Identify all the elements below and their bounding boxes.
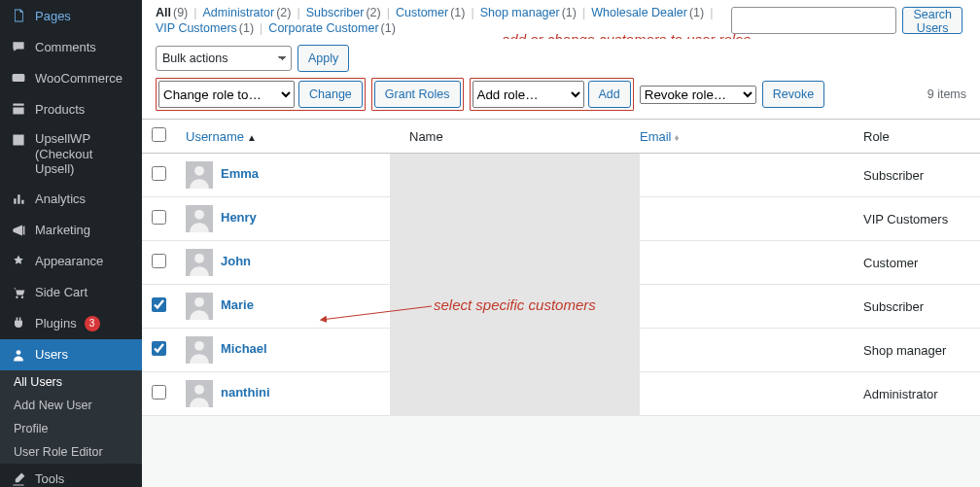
col-role: Role [854, 120, 980, 154]
col-username[interactable]: Username▲ [176, 120, 400, 154]
avatar [186, 205, 213, 232]
filter-vip-customers[interactable]: VIP Customers [156, 21, 237, 35]
email-cell [630, 285, 854, 329]
sidebar-item-plugins[interactable]: Plugins 3 [0, 308, 142, 339]
name-cell [390, 240, 640, 285]
username-link[interactable]: John [221, 254, 251, 268]
cart-icon [10, 284, 27, 301]
row-checkbox[interactable] [152, 385, 166, 400]
sidebar-item-woocommerce[interactable]: WooCommerce [0, 62, 142, 93]
filter-corporate-customer[interactable]: Corporate Customer [268, 21, 378, 35]
role-filter-links: All (9) | Administrator (2) | Subscriber… [156, 6, 723, 35]
revoke-role-button[interactable]: Revoke [762, 81, 824, 108]
table-row[interactable]: MarieSubscriber [142, 285, 980, 329]
search-box: Search Users [731, 7, 966, 34]
email-cell [630, 372, 854, 416]
username-link[interactable]: Emma [221, 166, 259, 181]
items-count: 9 items [928, 87, 966, 101]
row-checkbox[interactable] [152, 297, 166, 312]
bulk-actions-select[interactable]: Bulk actions [156, 46, 292, 71]
search-users-button[interactable]: Search Users [902, 7, 962, 34]
filter-wholesale-dealer[interactable]: Wholesale Dealer [591, 6, 687, 19]
table-row[interactable]: JohnCustomer [142, 241, 980, 285]
comments-icon [10, 38, 27, 55]
add-role-button[interactable]: Add [588, 81, 631, 108]
username-link[interactable]: Michael [221, 341, 267, 356]
sidebar-item-comments[interactable]: Comments [0, 31, 142, 62]
row-checkbox[interactable] [152, 166, 166, 181]
email-cell [630, 154, 854, 197]
col-name: Name [400, 120, 630, 154]
select-all-checkbox[interactable] [152, 127, 166, 142]
sidebar-item-label: Comments [35, 40, 96, 54]
sidebar-item-pages[interactable]: Pages [0, 0, 142, 31]
sidebar-item-tools[interactable]: Tools [0, 464, 142, 487]
svg-point-9 [194, 210, 204, 220]
apply-button[interactable]: Apply [298, 45, 349, 72]
sidebar-item-products[interactable]: Products [0, 93, 142, 124]
sidebar-item-label: Tools [35, 471, 64, 486]
role-cell: Administrator [854, 372, 980, 416]
table-row[interactable]: HenryVIP Customers [142, 197, 980, 241]
sidebar-item-label: Marketing [35, 223, 90, 237]
filter-subscriber[interactable]: Subscriber [306, 6, 365, 19]
revoke-role-select[interactable]: Revoke role… [640, 86, 756, 104]
submenu-profile[interactable]: Profile [0, 417, 142, 440]
filter-all[interactable]: All [156, 6, 171, 19]
marketing-icon [10, 222, 27, 239]
username-link[interactable]: Henry [221, 210, 257, 225]
role-actions-row: Change role to… Change Grant Roles Add r… [142, 78, 980, 119]
sidebar-item-appearance[interactable]: Appearance [0, 246, 142, 277]
username-link[interactable]: nanthini [221, 385, 270, 400]
sidebar-item-upsellwp[interactable]: UpsellWP (Checkout Upsell) [0, 124, 142, 184]
submenu-add-new-user[interactable]: Add New User [0, 394, 142, 417]
table-row[interactable]: EmmaSubscriber [142, 154, 980, 197]
tools-icon [10, 470, 27, 487]
sidebar-item-marketing[interactable]: Marketing [0, 215, 142, 246]
svg-point-7 [194, 166, 204, 176]
appearance-icon [10, 253, 27, 270]
users-icon [10, 346, 27, 364]
sidebar-item-label: Add New User [14, 399, 92, 412]
name-cell [390, 196, 640, 241]
role-cell: Shop manager [854, 329, 980, 372]
grant-roles-button[interactable]: Grant Roles [374, 81, 461, 108]
sidebar-item-label: UpsellWP (Checkout Upsell) [35, 131, 132, 177]
sidebar-item-label: Profile [14, 422, 48, 435]
username-link[interactable]: Marie [221, 297, 254, 312]
sidebar-item-analytics[interactable]: Analytics [0, 184, 142, 215]
filter-customer[interactable]: Customer [396, 6, 448, 19]
sidebar-item-label: Users [35, 347, 68, 362]
name-cell [390, 153, 640, 197]
upsell-icon [10, 131, 27, 149]
filter-shop-manager[interactable]: Shop manager [480, 6, 560, 19]
table-row[interactable]: nanthiniAdministrator [142, 372, 980, 416]
sidebar-item-users[interactable]: Users [0, 339, 142, 370]
filter-administrator[interactable]: Administrator [203, 6, 275, 19]
add-role-select[interactable]: Add role… [472, 81, 584, 108]
plugins-update-badge: 3 [85, 316, 100, 331]
change-role-button[interactable]: Change [298, 81, 363, 108]
search-users-input[interactable] [731, 7, 896, 34]
row-checkbox[interactable] [152, 254, 166, 268]
row-checkbox[interactable] [152, 210, 166, 225]
svg-point-2 [21, 296, 23, 297]
name-cell [390, 371, 640, 416]
avatar [186, 336, 213, 364]
col-email[interactable]: Email♦ [630, 120, 854, 154]
row-checkbox[interactable] [152, 341, 166, 356]
email-cell [630, 329, 854, 372]
sidebar-item-label: Plugins [35, 316, 77, 330]
svg-point-1 [16, 296, 18, 297]
svg-point-15 [194, 341, 204, 351]
users-table: Username▲ Name Email♦ Role EmmaSubscribe… [142, 119, 980, 416]
products-icon [10, 100, 27, 118]
sidebar-item-sidecart[interactable]: Side Cart [0, 277, 142, 308]
sidebar-item-label: User Role Editor [14, 445, 103, 459]
submenu-user-role-editor[interactable]: User Role Editor [0, 440, 142, 464]
name-cell [390, 328, 640, 372]
avatar [186, 380, 213, 407]
change-role-select[interactable]: Change role to… [158, 81, 295, 108]
submenu-all-users[interactable]: All Users [0, 370, 142, 394]
table-row[interactable]: MichaelShop manager [142, 329, 980, 372]
